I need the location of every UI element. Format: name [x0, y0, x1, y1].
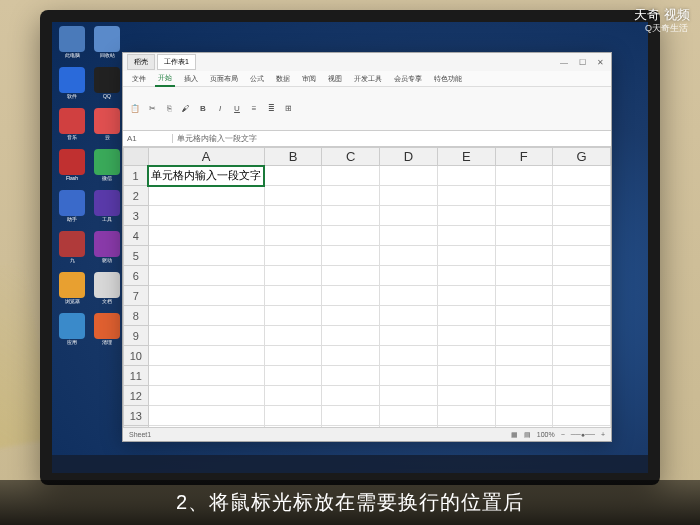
cell[interactable]	[380, 166, 438, 186]
maximize-button[interactable]: ☐	[575, 58, 589, 67]
cell[interactable]	[437, 226, 495, 246]
desktop-icon[interactable]: 回收站	[91, 26, 123, 64]
cell[interactable]	[322, 186, 380, 206]
desktop-icon[interactable]: 音乐	[56, 108, 88, 146]
cell[interactable]	[322, 406, 380, 426]
cell[interactable]	[264, 346, 322, 366]
cell[interactable]	[264, 386, 322, 406]
desktop-icon[interactable]: 应用	[56, 313, 88, 351]
cell[interactable]	[380, 386, 438, 406]
row-header[interactable]: 1	[124, 166, 149, 186]
underline-button[interactable]: U	[229, 101, 245, 117]
cell[interactable]: 单元格内输入一段文字	[148, 166, 264, 186]
cell[interactable]	[148, 286, 264, 306]
cell[interactable]	[380, 326, 438, 346]
cell[interactable]	[148, 346, 264, 366]
ribbon-tab[interactable]: 页面布局	[207, 72, 241, 86]
cell[interactable]	[148, 306, 264, 326]
ribbon-tab[interactable]: 审阅	[299, 72, 319, 86]
cell[interactable]	[553, 386, 611, 406]
cell[interactable]	[264, 206, 322, 226]
cell[interactable]	[264, 226, 322, 246]
ribbon-tab[interactable]: 开发工具	[351, 72, 385, 86]
view-page-icon[interactable]: ▤	[524, 431, 531, 439]
cell[interactable]	[264, 406, 322, 426]
cell[interactable]	[495, 386, 553, 406]
cell[interactable]	[553, 406, 611, 426]
row-header[interactable]: 3	[124, 206, 149, 226]
column-header[interactable]: C	[322, 148, 380, 166]
select-all-corner[interactable]	[124, 148, 149, 166]
cell[interactable]	[148, 406, 264, 426]
cell[interactable]	[437, 266, 495, 286]
column-header[interactable]: E	[437, 148, 495, 166]
cell[interactable]	[148, 186, 264, 206]
ribbon-tab[interactable]: 会员专享	[391, 72, 425, 86]
cell[interactable]	[380, 246, 438, 266]
ribbon-tab[interactable]: 插入	[181, 72, 201, 86]
ribbon-tab[interactable]: 公式	[247, 72, 267, 86]
desktop-icon[interactable]: 驱动	[91, 231, 123, 269]
zoom-level[interactable]: 100%	[537, 431, 555, 438]
row-header[interactable]: 8	[124, 306, 149, 326]
cell[interactable]	[322, 326, 380, 346]
row-header[interactable]: 7	[124, 286, 149, 306]
row-header[interactable]: 4	[124, 226, 149, 246]
row-header[interactable]: 12	[124, 386, 149, 406]
cell[interactable]	[553, 306, 611, 326]
cell[interactable]	[437, 286, 495, 306]
cell[interactable]	[380, 406, 438, 426]
cell[interactable]	[264, 266, 322, 286]
paste-button[interactable]: 📋	[127, 101, 143, 117]
row-header[interactable]: 11	[124, 366, 149, 386]
cell[interactable]	[553, 186, 611, 206]
row-header[interactable]: 2	[124, 186, 149, 206]
cell[interactable]	[437, 206, 495, 226]
cell[interactable]	[380, 306, 438, 326]
desktop-icon[interactable]: 工具	[91, 190, 123, 228]
cell[interactable]	[380, 226, 438, 246]
column-header[interactable]: G	[553, 148, 611, 166]
cell[interactable]	[553, 246, 611, 266]
taskbar[interactable]	[52, 455, 648, 473]
cell[interactable]	[380, 266, 438, 286]
cell[interactable]	[148, 386, 264, 406]
cell[interactable]	[148, 246, 264, 266]
cell[interactable]	[553, 226, 611, 246]
cell[interactable]	[437, 186, 495, 206]
cell[interactable]	[322, 266, 380, 286]
cell[interactable]	[264, 186, 322, 206]
cell[interactable]	[380, 206, 438, 226]
align-left-button[interactable]: ≡	[246, 101, 262, 117]
column-header[interactable]: B	[264, 148, 322, 166]
cell[interactable]	[495, 206, 553, 226]
column-header[interactable]: A	[148, 148, 264, 166]
ribbon-tab[interactable]: 数据	[273, 72, 293, 86]
cell[interactable]	[380, 346, 438, 366]
cell[interactable]	[495, 186, 553, 206]
close-button[interactable]: ✕	[593, 58, 607, 67]
desktop-icon[interactable]: 此电脑	[56, 26, 88, 64]
cell-reference[interactable]: A1	[123, 134, 173, 143]
column-header[interactable]: D	[380, 148, 438, 166]
row-header[interactable]: 5	[124, 246, 149, 266]
desktop-icon[interactable]: QQ	[91, 67, 123, 105]
cell[interactable]	[322, 366, 380, 386]
cut-button[interactable]: ✂	[144, 101, 160, 117]
sheet-tab[interactable]: Sheet1	[129, 431, 151, 438]
ribbon-tab[interactable]: 开始	[155, 71, 175, 87]
cell[interactable]	[322, 246, 380, 266]
desktop-icon[interactable]: 九	[56, 231, 88, 269]
cell[interactable]	[495, 326, 553, 346]
cell[interactable]	[380, 366, 438, 386]
zoom-slider[interactable]: ──●──	[571, 431, 595, 438]
cell[interactable]	[437, 246, 495, 266]
desktop-icon[interactable]: 软件	[56, 67, 88, 105]
minimize-button[interactable]: —	[557, 58, 571, 67]
view-normal-icon[interactable]: ▦	[511, 431, 518, 439]
cell[interactable]	[437, 366, 495, 386]
cell[interactable]	[148, 206, 264, 226]
cell[interactable]	[380, 186, 438, 206]
cell[interactable]	[322, 346, 380, 366]
cell[interactable]	[553, 366, 611, 386]
